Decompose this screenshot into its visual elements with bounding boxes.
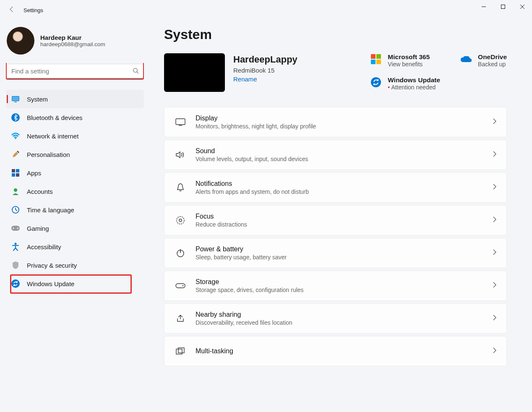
search-icon xyxy=(133,68,139,75)
close-button[interactable] xyxy=(513,0,532,13)
row-title: Nearby sharing xyxy=(196,311,484,318)
paint-icon xyxy=(11,150,20,159)
sidebar-item-label: Privacy & security xyxy=(27,262,77,269)
svg-rect-24 xyxy=(376,60,381,64)
rename-link[interactable]: Rename xyxy=(233,76,257,83)
share-icon xyxy=(175,313,186,324)
sidebar-item-network[interactable]: Network & internet xyxy=(6,127,144,145)
chevron-right-icon xyxy=(493,282,496,289)
page-title: System xyxy=(164,27,507,42)
system-icon xyxy=(11,94,20,104)
svg-rect-5 xyxy=(12,96,19,101)
sidebar-item-bluetooth[interactable]: Bluetooth & devices xyxy=(6,108,144,127)
status-sub: Attention needed xyxy=(388,84,440,91)
sidebar-item-label: Time & language xyxy=(27,206,74,214)
chevron-right-icon xyxy=(493,151,496,159)
device-card: HardeepLappy RedmiBook 15 Rename xyxy=(164,53,297,92)
device-model: RedmiBook 15 xyxy=(233,67,297,74)
bluetooth-icon xyxy=(11,113,20,122)
svg-rect-11 xyxy=(12,173,15,177)
sidebar-item-time[interactable]: Time & language xyxy=(6,201,144,219)
gaming-icon xyxy=(11,224,20,233)
setting-focus[interactable]: FocusReduce distractions xyxy=(164,205,507,235)
shield-icon xyxy=(11,261,20,270)
status-microsoft365[interactable]: Microsoft 365 View benefits xyxy=(370,53,440,69)
row-title: Display xyxy=(196,115,484,122)
row-title: Storage xyxy=(196,278,484,286)
sidebar-item-gaming[interactable]: Gaming xyxy=(6,219,144,237)
svg-point-18 xyxy=(17,228,18,229)
svg-rect-22 xyxy=(376,54,381,59)
svg-rect-12 xyxy=(16,173,19,177)
accessibility-icon xyxy=(11,242,20,251)
main-content: System HardeepLappy RedmiBook 15 Rename … xyxy=(149,20,532,412)
search-input[interactable] xyxy=(6,64,144,79)
row-title: Notifications xyxy=(196,180,484,188)
row-sub: Storage space, drives, configuration rul… xyxy=(196,287,484,293)
svg-rect-21 xyxy=(371,54,376,59)
sidebar-item-label: System xyxy=(27,96,48,103)
back-button[interactable] xyxy=(3,6,20,15)
status-title: Windows Update xyxy=(388,76,440,84)
svg-rect-10 xyxy=(16,169,19,172)
sidebar-item-label: Gaming xyxy=(27,225,49,232)
setting-nearby-sharing[interactable]: Nearby sharingDiscoverability, received … xyxy=(164,303,507,334)
titlebar: Settings xyxy=(0,0,532,20)
sidebar-item-accessibility[interactable]: Accessibility xyxy=(6,237,144,256)
setting-display[interactable]: DisplayMonitors, brightness, night light… xyxy=(164,107,507,137)
svg-point-8 xyxy=(15,138,16,139)
svg-rect-35 xyxy=(178,348,184,353)
user-card[interactable]: Hardeep Kaur hardeep0688@gmail.com xyxy=(6,27,144,55)
svg-point-25 xyxy=(371,77,381,87)
user-name: Hardeep Kaur xyxy=(40,34,105,41)
sidebar-item-privacy[interactable]: Privacy & security xyxy=(6,256,144,274)
sidebar-item-accounts[interactable]: Accounts xyxy=(6,182,144,201)
device-name: HardeepLappy xyxy=(233,54,297,65)
sidebar-item-personalisation[interactable]: Personalisation xyxy=(6,145,144,164)
user-email: hardeep0688@gmail.com xyxy=(40,41,105,47)
svg-rect-32 xyxy=(176,284,185,288)
status-windows-update[interactable]: Windows Update Attention needed xyxy=(370,76,440,92)
maximize-button[interactable] xyxy=(493,0,513,13)
setting-sound[interactable]: SoundVolume levels, output, input, sound… xyxy=(164,140,507,170)
microsoft-icon xyxy=(370,53,382,65)
accounts-icon xyxy=(11,187,20,196)
svg-point-2 xyxy=(133,68,137,72)
svg-point-28 xyxy=(177,216,184,224)
row-title: Power & battery xyxy=(196,245,484,253)
svg-rect-34 xyxy=(176,349,182,354)
row-title: Sound xyxy=(196,147,484,155)
status-onedrive[interactable]: OneDrive Backed up xyxy=(460,53,507,69)
status-title: Microsoft 365 xyxy=(388,53,430,61)
svg-rect-9 xyxy=(12,169,15,172)
setting-notifications[interactable]: NotificationsAlerts from apps and system… xyxy=(164,172,507,203)
svg-rect-1 xyxy=(501,5,505,9)
chevron-right-icon xyxy=(493,216,496,224)
row-title: Multi-tasking xyxy=(196,347,484,355)
setting-multitasking[interactable]: Multi-tasking xyxy=(164,336,507,366)
update-icon xyxy=(370,76,382,88)
svg-point-17 xyxy=(13,228,14,229)
sidebar-item-label: Accounts xyxy=(27,188,53,195)
svg-rect-26 xyxy=(176,119,185,125)
status-sub: Backed up xyxy=(478,61,507,68)
power-icon xyxy=(175,247,186,259)
row-title: Focus xyxy=(196,213,484,220)
onedrive-icon xyxy=(460,53,472,65)
sidebar-item-label: Accessibility xyxy=(27,243,61,250)
sound-icon xyxy=(175,149,186,161)
display-icon xyxy=(175,116,186,128)
app-title: Settings xyxy=(23,7,43,13)
minimize-button[interactable] xyxy=(474,0,493,13)
update-icon xyxy=(11,279,20,288)
sidebar-item-apps[interactable]: Apps xyxy=(6,164,144,182)
setting-power[interactable]: Power & batterySleep, battery usage, bat… xyxy=(164,238,507,268)
svg-line-3 xyxy=(137,72,138,73)
focus-icon xyxy=(175,214,186,226)
svg-point-29 xyxy=(179,219,182,222)
sidebar-item-system[interactable]: System xyxy=(6,90,144,108)
avatar xyxy=(7,27,34,55)
setting-storage[interactable]: StorageStorage space, drives, configurat… xyxy=(164,271,507,301)
sidebar-item-label: Apps xyxy=(27,169,41,177)
sidebar-item-windows-update[interactable]: Windows Update xyxy=(6,274,144,293)
